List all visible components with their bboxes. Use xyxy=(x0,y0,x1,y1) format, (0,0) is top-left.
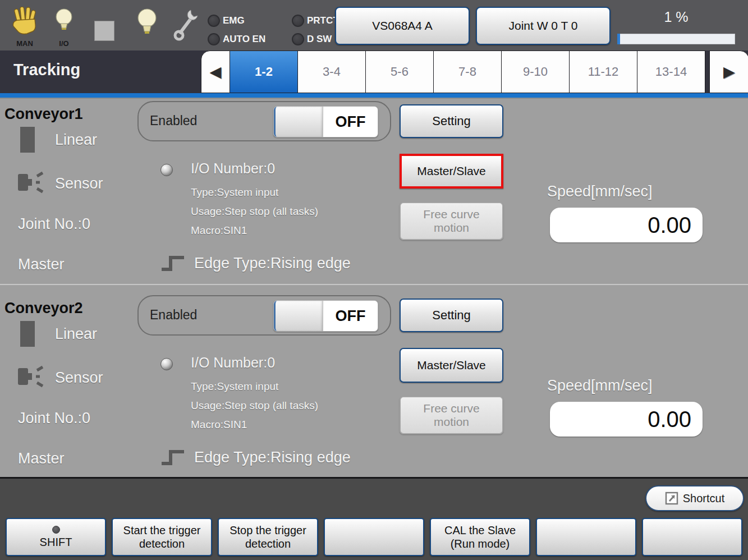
sensor-label: Sensor xyxy=(55,369,103,387)
enabled-label: Enabled xyxy=(150,113,197,128)
fkey-empty-3[interactable] xyxy=(642,518,742,556)
fkey-empty-1[interactable] xyxy=(324,518,424,556)
speed-progress-bar[interactable] xyxy=(617,34,735,44)
auto-en-led-label: AUTO EN xyxy=(223,34,265,45)
conveyor1-section: Conveyor1 Linear Sensor Joint No.:0 Mast… xyxy=(0,98,748,284)
speed-unit-label: Speed[mm/sec] xyxy=(547,377,653,394)
edge-type-label: Edge Type:Rising edge xyxy=(194,449,351,466)
io-number-label: I/O Number:0 xyxy=(191,355,275,371)
shortcut-edit-icon xyxy=(665,492,678,505)
lamp-button[interactable] xyxy=(135,7,159,42)
edge-type-row[interactable]: Edge Type:Rising edge xyxy=(160,254,351,273)
setting-button[interactable]: Setting xyxy=(400,299,503,332)
sensor-icon xyxy=(17,364,48,392)
fkey-label-line2: detection xyxy=(139,537,185,550)
io-number-label: I/O Number:0 xyxy=(191,160,275,177)
sensor-icon xyxy=(17,169,48,198)
man-label: MAN xyxy=(10,39,39,48)
enabled-groupbox: Enabled OFF xyxy=(137,295,391,336)
conveyor-type-label: Linear xyxy=(55,325,97,343)
fkey-label-line2: (Run mode) xyxy=(451,537,510,550)
d-sw-led-label: D SW xyxy=(307,34,332,45)
tab-11-12[interactable]: 11-12 xyxy=(570,51,637,93)
io-usage-label: Usage:Step stop (all tasks) xyxy=(191,400,318,412)
jog-mode-button[interactable]: Joint W 0 T 0 xyxy=(476,7,611,45)
fkey-cal-slave[interactable]: CAL the Slave (Run mode) xyxy=(430,518,530,556)
free-curve-motion-button[interactable]: Free curve motion xyxy=(400,396,503,434)
toggle-state-label: OFF xyxy=(323,301,378,331)
robot-type-button[interactable]: VS068A4 A xyxy=(335,7,470,45)
setting-button[interactable]: Setting xyxy=(400,104,503,138)
io-usage-label: Usage:Step stop (all tasks) xyxy=(191,205,318,218)
section-divider xyxy=(0,284,748,285)
fkey-shift[interactable]: SHIFT xyxy=(6,518,106,556)
free-curve-motion-button[interactable]: Free curve motion xyxy=(400,202,503,240)
enabled-groupbox: Enabled OFF xyxy=(137,101,391,141)
manual-mode-hand-icon[interactable]: MAN xyxy=(10,7,39,38)
led-emg: EMG xyxy=(208,11,292,30)
chevron-right-icon: ▶ xyxy=(723,63,735,81)
tab-13-14[interactable]: 13-14 xyxy=(637,51,705,93)
master-slave-button[interactable]: Master/Slave xyxy=(400,154,503,189)
prtct-led-icon xyxy=(292,15,304,27)
progress-fill xyxy=(617,34,620,44)
fkey-label-line2: detection xyxy=(245,537,291,550)
prtct-led-label: PRTCT xyxy=(307,15,339,26)
master-mode-label: Master xyxy=(18,256,65,273)
shortcut-label: Shortcut xyxy=(683,492,724,505)
io-radio-indicator[interactable] xyxy=(160,358,173,370)
rising-edge-icon xyxy=(160,448,185,467)
conveyor-title: Conveyor2 xyxy=(4,300,83,317)
conveyor2-section: Conveyor2 Linear Sensor Joint No.:0 Mast… xyxy=(0,292,748,478)
lightbulb-icon xyxy=(53,7,75,38)
title-tab-bar: Tracking ◀ 1-2 3-4 5-6 7-8 9-10 11-12 13… xyxy=(0,51,748,93)
shortcut-button[interactable]: Shortcut xyxy=(645,485,744,511)
rising-edge-icon xyxy=(160,254,185,273)
free-curve-line2: motion xyxy=(434,221,469,235)
d-sw-led-icon xyxy=(292,33,304,45)
speed-value-field[interactable]: 0.00 xyxy=(550,208,703,242)
conveyor-title: Conveyor1 xyxy=(4,105,83,123)
edge-type-row[interactable]: Edge Type:Rising edge xyxy=(160,448,351,467)
square-indicator-icon[interactable] xyxy=(94,21,114,41)
linear-conveyor-icon xyxy=(20,127,35,153)
tab-9-10[interactable]: 9-10 xyxy=(502,51,570,93)
speed-unit-label: Speed[mm/sec] xyxy=(547,183,653,200)
joint-number-label: Joint No.:0 xyxy=(18,410,90,427)
enabled-label: Enabled xyxy=(150,307,197,323)
fkey-stop-trigger[interactable]: Stop the trigger detection xyxy=(218,518,318,556)
speed-value-field[interactable]: 0.00 xyxy=(550,402,703,437)
io-type-label: Type:System input xyxy=(191,380,278,393)
toggle-knob[interactable] xyxy=(274,301,323,331)
free-curve-line1: Free curve xyxy=(423,208,479,221)
tab-scroll-right-button[interactable]: ▶ xyxy=(709,51,748,93)
enabled-toggle[interactable]: OFF xyxy=(273,106,378,137)
tab-7-8[interactable]: 7-8 xyxy=(434,51,502,93)
tab-3-4[interactable]: 3-4 xyxy=(298,51,366,93)
toggle-state-label: OFF xyxy=(323,107,378,137)
lightbulb-icon xyxy=(135,7,159,42)
fkey-start-trigger[interactable]: Start the trigger detection xyxy=(112,518,212,556)
tab-underline xyxy=(0,93,748,98)
conveyor-type-label: Linear xyxy=(55,131,97,149)
enabled-toggle[interactable]: OFF xyxy=(273,300,378,332)
io-radio-indicator[interactable] xyxy=(160,164,173,176)
tab-strip: ◀ 1-2 3-4 5-6 7-8 9-10 11-12 13-14 ▶ xyxy=(201,51,748,93)
tab-1-2[interactable]: 1-2 xyxy=(230,51,298,93)
master-slave-button[interactable]: Master/Slave xyxy=(400,348,503,383)
io-lamp-button[interactable]: I/O xyxy=(53,7,75,38)
edge-type-label: Edge Type:Rising edge xyxy=(194,255,351,272)
master-mode-label: Master xyxy=(18,450,65,467)
page-title: Tracking xyxy=(13,61,80,79)
toggle-knob[interactable] xyxy=(274,107,323,137)
fkey-label: SHIFT xyxy=(40,535,72,549)
sensor-label: Sensor xyxy=(55,175,103,192)
tab-5-6[interactable]: 5-6 xyxy=(366,51,434,93)
maintenance-wrench-icon[interactable] xyxy=(172,7,202,43)
pendant-screen: MAN I/O xyxy=(0,0,748,560)
tab-scroll-left-button[interactable]: ◀ xyxy=(201,51,230,93)
fkey-label-line1: CAL the Slave xyxy=(444,524,516,537)
free-curve-line2: motion xyxy=(434,415,469,429)
top-status-bar: MAN I/O xyxy=(0,0,748,51)
fkey-empty-2[interactable] xyxy=(536,518,636,556)
